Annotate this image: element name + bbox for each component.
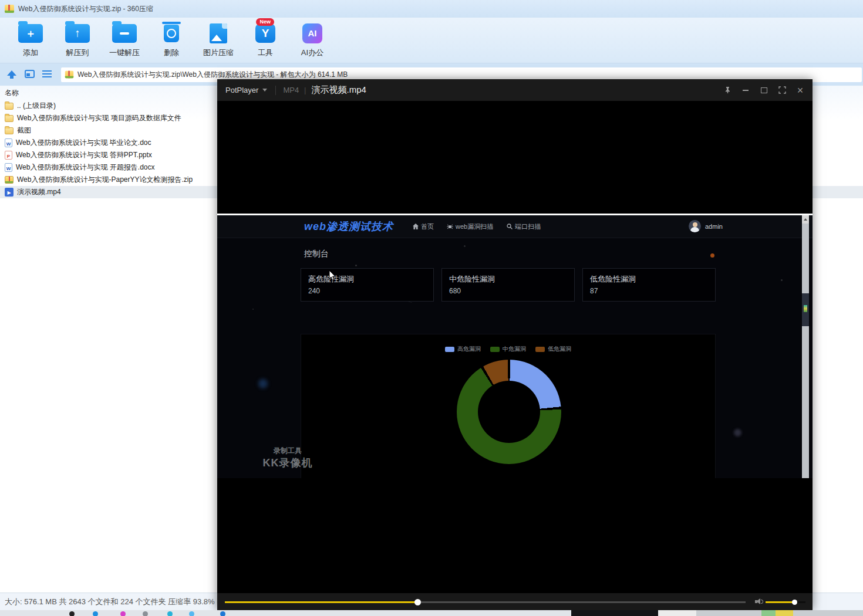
- taskbar-icon: [220, 611, 225, 616]
- volume-bar[interactable]: [766, 601, 805, 603]
- ambient-dot: [355, 265, 357, 266]
- volume-thumb[interactable]: [792, 600, 797, 605]
- legend-swatch: [445, 347, 454, 352]
- card-value: 680: [449, 287, 461, 295]
- dashboard: 控制台 高危险性漏洞 240 中危险性漏洞 680 低危险性漏洞 87: [217, 238, 813, 478]
- scrollbar-thumb[interactable]: [802, 293, 809, 326]
- taskbar-segment: [571, 610, 658, 616]
- recorder-watermark: 录制工具 KK录像机: [252, 446, 323, 470]
- chevron-down-icon: [262, 89, 267, 92]
- image-compress-button[interactable]: 图片压缩: [195, 18, 242, 63]
- card-low-risk: 低危险性漏洞 87: [582, 268, 716, 302]
- tools-cube-icon: [255, 24, 275, 43]
- maximize-icon: [761, 87, 767, 93]
- zip-archive-icon: [5, 5, 14, 13]
- ambient-dot: [258, 379, 268, 388]
- up-arrow-icon: [7, 70, 16, 76]
- volume-progress: [766, 601, 794, 603]
- taskbar-icon: [189, 611, 194, 616]
- archive-toolbar: 添加 解压到 一键解压 删除 图片压缩 New 工具 AI办公: [0, 18, 863, 63]
- legend-item-mid[interactable]: 中危漏洞: [490, 345, 526, 353]
- taskbar-icon: [167, 611, 173, 616]
- webpage-scrollbar[interactable]: [802, 215, 809, 478]
- taskbar-sliver[interactable]: [0, 610, 863, 616]
- taskbar-segment: [658, 610, 696, 616]
- media-title: 演示视频.mp4: [312, 84, 366, 96]
- username: admin: [705, 223, 723, 230]
- card-value: 87: [590, 287, 598, 295]
- donut-chart[interactable]: [457, 360, 561, 464]
- page-title: 控制台: [304, 249, 329, 259]
- legend-swatch: [490, 347, 500, 352]
- legend-item-high[interactable]: 高危漏洞: [445, 345, 481, 353]
- card-value: 240: [308, 287, 320, 295]
- ambient-dot: [464, 245, 466, 247]
- close-button[interactable]: [794, 84, 807, 97]
- taskbar-icon: [143, 611, 148, 616]
- taskbar-segment: [776, 610, 793, 616]
- card-high-risk: 高危险性漏洞 240: [301, 268, 434, 302]
- player-window-controls: [721, 79, 807, 101]
- divider: |: [304, 86, 306, 94]
- image-document-icon: [210, 23, 227, 43]
- scroll-up-button[interactable]: [802, 215, 809, 224]
- list-view-button[interactable]: [42, 70, 53, 79]
- legend-swatch: [535, 347, 545, 352]
- seek-bar[interactable]: [225, 601, 746, 603]
- taskbar-icon: [120, 611, 126, 616]
- pin-button[interactable]: [721, 84, 734, 97]
- ambient-dot: [781, 279, 783, 281]
- ppt-icon: [5, 151, 12, 160]
- zip-archive-icon: [65, 71, 73, 79]
- nav-item-port-scan[interactable]: 端口扫描: [506, 222, 541, 231]
- webpage-menu: 首页 web漏洞扫描 端口扫描: [412, 222, 541, 231]
- address-path: Web入侵防御系统设计与实现.zip\Web入侵防御系统设计与实现 - 解包大小…: [77, 70, 348, 80]
- video-display-area[interactable]: web渗透测试技术 首页 web漏洞扫描: [217, 101, 813, 593]
- preview-pane-button[interactable]: [25, 70, 35, 79]
- legend-item-low[interactable]: 低危漏洞: [535, 345, 571, 353]
- vulnerability-chart-panel: 高危漏洞 中危漏洞 低危漏洞: [301, 334, 716, 478]
- list-icon: [42, 70, 52, 77]
- search-icon: [506, 224, 513, 230]
- add-button[interactable]: 添加: [7, 18, 54, 63]
- ai-office-button[interactable]: AI办公: [289, 18, 336, 63]
- folder-plus-icon: [18, 24, 43, 43]
- avatar: [689, 220, 701, 232]
- folder-extract-icon: [112, 24, 137, 43]
- webpage-navbar: web渗透测试技术 首页 web漏洞扫描: [217, 215, 813, 238]
- folder-icon: [5, 103, 14, 110]
- nav-item-web-vuln-scan[interactable]: web漏洞扫描: [447, 222, 493, 231]
- volume-icon[interactable]: [755, 598, 763, 605]
- column-header-name[interactable]: 名称: [5, 88, 19, 98]
- divider: [275, 86, 276, 95]
- delete-button[interactable]: 删除: [148, 18, 195, 63]
- one-click-extract-button[interactable]: 一键解压: [101, 18, 148, 63]
- extract-to-button[interactable]: 解压到: [54, 18, 101, 63]
- player-control-bar: [217, 593, 813, 610]
- minimize-button[interactable]: [739, 84, 752, 97]
- up-directory-button[interactable]: [7, 70, 18, 79]
- player-titlebar[interactable]: PotPlayer MP4 | 演示视频.mp4: [217, 79, 813, 101]
- seek-thumb[interactable]: [414, 599, 421, 605]
- nav-item-home[interactable]: 首页: [412, 222, 434, 231]
- trash-icon: [164, 25, 179, 42]
- new-badge: New: [256, 18, 274, 26]
- chart-legend: 高危漏洞 中危漏洞 低危漏洞: [301, 345, 715, 353]
- seek-progress: [225, 601, 417, 603]
- folder-icon: [5, 115, 14, 122]
- ambient-dot: [252, 309, 254, 310]
- maximize-button[interactable]: [757, 84, 770, 97]
- fullscreen-button[interactable]: [776, 84, 788, 97]
- window-title: Web入侵防御系统设计与实现.zip - 360压缩: [18, 4, 153, 14]
- site-logo[interactable]: web渗透测试技术: [304, 219, 393, 233]
- mp4-file-icon: [5, 188, 14, 197]
- tools-button[interactable]: New 工具: [242, 18, 289, 63]
- user-menu[interactable]: admin: [689, 220, 723, 232]
- home-icon: [412, 224, 419, 230]
- player-menu-button[interactable]: PotPlayer: [225, 86, 258, 94]
- ai-icon: [302, 23, 322, 43]
- taskbar-segment: [761, 610, 776, 616]
- mouse-cursor: [329, 270, 337, 284]
- bug-icon: [447, 224, 453, 230]
- webpage-capture: web渗透测试技术 首页 web漏洞扫描: [217, 215, 813, 478]
